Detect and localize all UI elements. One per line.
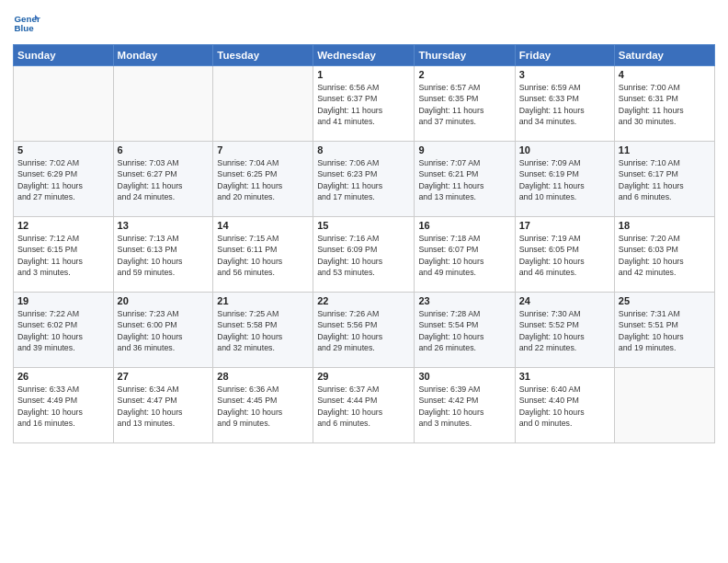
weekday-header-saturday: Saturday [614,45,714,66]
day-number: 26 [17,371,109,382]
calendar-cell: 20Sunrise: 7:23 AMSunset: 6:00 PMDayligh… [113,293,213,368]
weekday-header-tuesday: Tuesday [213,45,313,66]
calendar-cell: 9Sunrise: 7:07 AMSunset: 6:21 PMDaylight… [415,142,515,217]
day-number: 5 [17,144,109,155]
day-number: 17 [519,220,610,231]
day-number: 7 [217,144,309,155]
calendar-cell: 28Sunrise: 6:36 AMSunset: 4:45 PMDayligh… [213,368,313,443]
logo: General Blue [13,9,40,37]
week-row-4: 19Sunrise: 7:22 AMSunset: 6:02 PMDayligh… [14,293,715,368]
calendar-cell: 8Sunrise: 7:06 AMSunset: 6:23 PMDaylight… [313,142,415,217]
day-number: 24 [519,295,610,306]
calendar-cell: 1Sunrise: 6:56 AMSunset: 6:37 PMDaylight… [313,66,415,142]
calendar-cell: 6Sunrise: 7:03 AMSunset: 6:27 PMDaylight… [113,142,213,217]
day-info: Sunrise: 7:09 AMSunset: 6:19 PMDaylight:… [519,157,610,202]
header: General Blue [13,9,715,37]
day-number: 9 [418,144,510,155]
day-info: Sunrise: 7:19 AMSunset: 6:05 PMDaylight:… [519,233,610,278]
day-info: Sunrise: 7:25 AMSunset: 5:58 PMDaylight:… [217,308,309,353]
day-number: 16 [418,220,510,231]
day-info: Sunrise: 6:39 AMSunset: 4:42 PMDaylight:… [418,384,510,429]
weekday-header-friday: Friday [515,45,614,66]
day-info: Sunrise: 6:37 AMSunset: 4:44 PMDaylight:… [317,384,410,429]
weekday-header-thursday: Thursday [415,45,515,66]
calendar-cell: 7Sunrise: 7:04 AMSunset: 6:25 PMDaylight… [213,142,313,217]
day-number: 6 [118,144,210,155]
calendar-cell: 21Sunrise: 7:25 AMSunset: 5:58 PMDayligh… [213,293,313,368]
day-info: Sunrise: 7:00 AMSunset: 6:31 PMDaylight:… [619,82,711,127]
day-number: 14 [217,220,309,231]
day-info: Sunrise: 6:59 AMSunset: 6:33 PMDaylight:… [519,82,610,127]
calendar-cell: 31Sunrise: 6:40 AMSunset: 4:40 PMDayligh… [515,368,614,443]
day-number: 2 [418,69,510,80]
calendar-cell: 27Sunrise: 6:34 AMSunset: 4:47 PMDayligh… [113,368,213,443]
day-info: Sunrise: 7:22 AMSunset: 6:02 PMDaylight:… [17,308,109,353]
day-number: 3 [519,69,610,80]
calendar-cell: 11Sunrise: 7:10 AMSunset: 6:17 PMDayligh… [614,142,714,217]
weekday-header-monday: Monday [113,45,213,66]
day-number: 28 [217,371,309,382]
day-info: Sunrise: 7:07 AMSunset: 6:21 PMDaylight:… [418,157,510,202]
day-number: 19 [17,295,109,306]
calendar-cell: 25Sunrise: 7:31 AMSunset: 5:51 PMDayligh… [614,293,714,368]
week-row-5: 26Sunrise: 6:33 AMSunset: 4:49 PMDayligh… [14,368,715,443]
calendar-cell: 30Sunrise: 6:39 AMSunset: 4:42 PMDayligh… [415,368,515,443]
calendar-cell [14,66,114,142]
day-info: Sunrise: 7:02 AMSunset: 6:29 PMDaylight:… [17,157,109,202]
weekday-header-wednesday: Wednesday [313,45,415,66]
calendar-cell: 12Sunrise: 7:12 AMSunset: 6:15 PMDayligh… [14,217,114,293]
day-info: Sunrise: 7:13 AMSunset: 6:13 PMDaylight:… [118,233,210,278]
day-number: 31 [519,371,610,382]
day-number: 8 [317,144,410,155]
day-number: 27 [118,371,210,382]
day-info: Sunrise: 7:30 AMSunset: 5:52 PMDaylight:… [519,308,610,353]
day-info: Sunrise: 7:31 AMSunset: 5:51 PMDaylight:… [619,308,711,353]
day-info: Sunrise: 7:26 AMSunset: 5:56 PMDaylight:… [317,308,410,353]
day-info: Sunrise: 7:15 AMSunset: 6:11 PMDaylight:… [217,233,309,278]
calendar-cell: 13Sunrise: 7:13 AMSunset: 6:13 PMDayligh… [113,217,213,293]
calendar-cell [614,368,714,443]
calendar-cell: 4Sunrise: 7:00 AMSunset: 6:31 PMDaylight… [614,66,714,142]
weekday-header-sunday: Sunday [14,45,114,66]
week-row-2: 5Sunrise: 7:02 AMSunset: 6:29 PMDaylight… [14,142,715,217]
day-number: 30 [418,371,510,382]
day-info: Sunrise: 6:56 AMSunset: 6:37 PMDaylight:… [317,82,410,127]
day-info: Sunrise: 6:34 AMSunset: 4:47 PMDaylight:… [118,384,210,429]
page: General Blue SundayMondayTuesdayWednesda… [0,0,728,563]
day-number: 18 [619,220,711,231]
calendar-cell: 26Sunrise: 6:33 AMSunset: 4:49 PMDayligh… [14,368,114,443]
day-number: 13 [118,220,210,231]
svg-text:Blue: Blue [15,23,35,33]
day-number: 25 [619,295,711,306]
day-info: Sunrise: 7:16 AMSunset: 6:09 PMDaylight:… [317,233,410,278]
calendar-cell: 16Sunrise: 7:18 AMSunset: 6:07 PMDayligh… [415,217,515,293]
day-info: Sunrise: 7:06 AMSunset: 6:23 PMDaylight:… [317,157,410,202]
day-info: Sunrise: 6:40 AMSunset: 4:40 PMDaylight:… [519,384,610,429]
calendar-cell: 10Sunrise: 7:09 AMSunset: 6:19 PMDayligh… [515,142,614,217]
weekday-header-row: SundayMondayTuesdayWednesdayThursdayFrid… [14,45,715,66]
day-number: 10 [519,144,610,155]
week-row-3: 12Sunrise: 7:12 AMSunset: 6:15 PMDayligh… [14,217,715,293]
calendar-cell: 18Sunrise: 7:20 AMSunset: 6:03 PMDayligh… [614,217,714,293]
calendar-cell: 14Sunrise: 7:15 AMSunset: 6:11 PMDayligh… [213,217,313,293]
logo-icon: General Blue [13,9,40,37]
day-number: 29 [317,371,410,382]
day-info: Sunrise: 7:03 AMSunset: 6:27 PMDaylight:… [118,157,210,202]
day-number: 15 [317,220,410,231]
day-info: Sunrise: 7:12 AMSunset: 6:15 PMDaylight:… [17,233,109,278]
day-info: Sunrise: 7:10 AMSunset: 6:17 PMDaylight:… [619,157,711,202]
calendar-cell [113,66,213,142]
calendar-cell: 5Sunrise: 7:02 AMSunset: 6:29 PMDaylight… [14,142,114,217]
calendar-cell: 2Sunrise: 6:57 AMSunset: 6:35 PMDaylight… [415,66,515,142]
calendar-cell: 29Sunrise: 6:37 AMSunset: 4:44 PMDayligh… [313,368,415,443]
calendar-cell: 17Sunrise: 7:19 AMSunset: 6:05 PMDayligh… [515,217,614,293]
calendar-cell: 19Sunrise: 7:22 AMSunset: 6:02 PMDayligh… [14,293,114,368]
day-number: 22 [317,295,410,306]
day-number: 21 [217,295,309,306]
calendar-cell: 23Sunrise: 7:28 AMSunset: 5:54 PMDayligh… [415,293,515,368]
day-info: Sunrise: 6:36 AMSunset: 4:45 PMDaylight:… [217,384,309,429]
day-number: 23 [418,295,510,306]
calendar-cell [213,66,313,142]
day-info: Sunrise: 7:04 AMSunset: 6:25 PMDaylight:… [217,157,309,202]
day-info: Sunrise: 7:28 AMSunset: 5:54 PMDaylight:… [418,308,510,353]
